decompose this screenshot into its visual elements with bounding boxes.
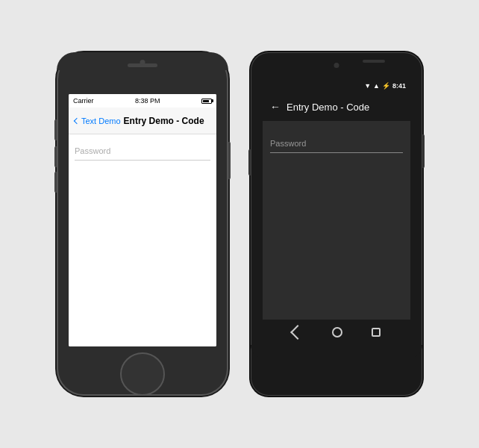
android-chin <box>251 345 422 358</box>
ios-back-button[interactable]: Text Demo <box>75 116 121 125</box>
ios-side-btn-vol-down <box>54 172 57 193</box>
android-speaker <box>363 60 385 63</box>
ios-status-right <box>201 99 212 104</box>
ios-back-chevron-icon <box>74 117 80 123</box>
ios-side-btn-vol-up <box>54 146 57 167</box>
ios-password-field[interactable]: Password <box>75 142 210 161</box>
android-signal-icon: ▲ <box>373 82 380 90</box>
ios-status-bar: Carrier 8:38 PM <box>69 94 216 108</box>
android-status-bar: ▼ ▲ ⚡ 8:41 <box>263 79 410 93</box>
android-password-placeholder: Password <box>270 139 306 148</box>
android-vol-btn <box>248 149 251 175</box>
ios-home-button[interactable] <box>120 352 165 396</box>
ios-screen: Carrier 8:38 PM Text Demo Entry Demo - C… <box>69 94 216 346</box>
android-nav-recents-icon[interactable] <box>372 328 381 337</box>
android-phone: ▼ ▲ ⚡ 8:41 ← Entry Demo - Code Password <box>251 52 422 396</box>
ios-battery-icon <box>201 99 212 104</box>
android-power-btn <box>422 134 425 168</box>
ios-camera-dot <box>140 60 145 65</box>
android-nav-title: Entry Demo - Code <box>287 102 369 113</box>
ios-side-btn-power <box>228 142 231 179</box>
ios-content: Password <box>69 134 216 346</box>
ios-time: 8:38 PM <box>135 97 160 105</box>
ios-battery-fill <box>203 100 209 102</box>
android-time: 8:41 <box>392 82 406 90</box>
ios-carrier: Carrier <box>73 97 94 105</box>
android-password-field[interactable]: Password <box>270 134 403 153</box>
ios-nav-bar: Text Demo Entry Demo - Code <box>69 108 216 134</box>
android-content: Password <box>263 121 410 320</box>
ios-back-label: Text Demo <box>81 116 121 125</box>
ios-notch <box>57 52 228 70</box>
android-bottom-bar <box>263 320 410 345</box>
android-screen: ▼ ▲ ⚡ 8:41 ← Entry Demo - Code Password <box>263 79 410 345</box>
android-charge-icon: ⚡ <box>382 82 390 90</box>
ios-password-placeholder: Password <box>75 146 110 155</box>
android-top-area <box>251 52 422 79</box>
android-wifi-icon: ▼ <box>364 82 371 90</box>
android-nav-back-icon[interactable] <box>290 325 305 340</box>
ios-side-btn-mute <box>54 119 57 140</box>
android-camera-dot <box>334 63 339 68</box>
ios-phone: Carrier 8:38 PM Text Demo Entry Demo - C… <box>57 52 228 396</box>
android-nav-bar: ← Entry Demo - Code <box>263 93 410 121</box>
android-back-button[interactable]: ← <box>270 101 281 113</box>
ios-nav-title: Entry Demo - Code <box>124 116 204 126</box>
android-nav-home-icon[interactable] <box>332 327 342 337</box>
